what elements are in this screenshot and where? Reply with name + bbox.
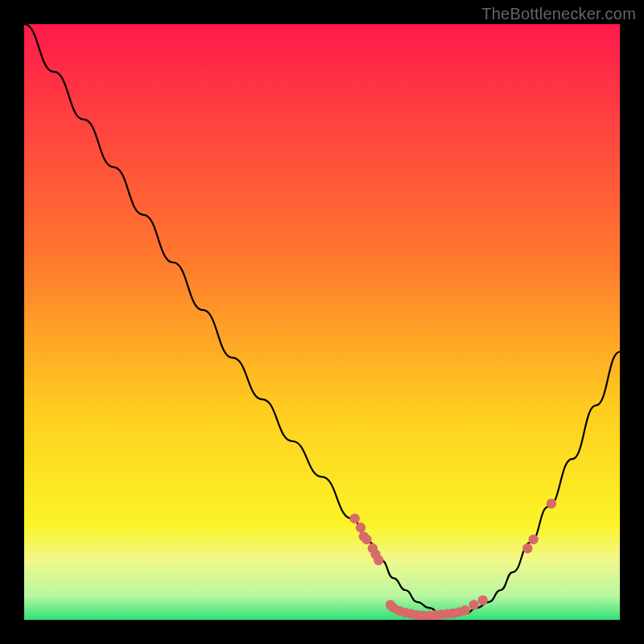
data-point: [529, 535, 539, 544]
data-point: [361, 535, 371, 544]
data-point: [522, 543, 532, 553]
data-point: [547, 499, 556, 509]
chart-plot: [24, 24, 620, 620]
data-point: [356, 522, 365, 532]
data-point: [469, 600, 479, 609]
chart-container: TheBottlenecker.com: [0, 0, 644, 644]
watermark-text: TheBottlenecker.com: [481, 5, 636, 23]
data-point: [478, 595, 488, 605]
data-point: [374, 555, 383, 565]
data-point: [460, 605, 469, 615]
data-point: [350, 514, 360, 523]
plot-background: [24, 24, 620, 620]
